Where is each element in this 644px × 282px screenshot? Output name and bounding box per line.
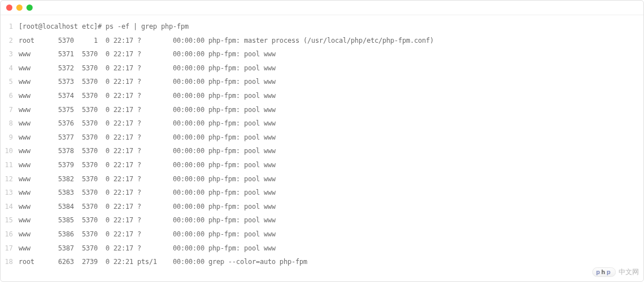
terminal-line: 17www 5387 5370 0 22:17 ? 00:00:00 php-f…: [3, 245, 641, 259]
line-number: 18: [3, 258, 19, 265]
logo-letter: p: [596, 269, 600, 275]
line-text: www 5376 5370 0 22:17 ? 00:00:00 php-fpm…: [19, 120, 276, 127]
line-number: 5: [3, 78, 19, 85]
terminal-line: 9www 5377 5370 0 22:17 ? 00:00:00 php-fp…: [3, 134, 641, 148]
terminal-line: 13www 5383 5370 0 22:17 ? 00:00:00 php-f…: [3, 189, 641, 203]
watermark: p h p 中文网: [592, 267, 639, 277]
minimize-icon[interactable]: [16, 5, 23, 11]
line-text: www 5378 5370 0 22:17 ? 00:00:00 php-fpm…: [19, 147, 276, 154]
terminal-window: 1[root@localhost etc]# ps -ef | grep php…: [0, 0, 644, 282]
line-text: root 5370 1 0 22:17 ? 00:00:00 php-fpm: …: [19, 37, 434, 44]
line-number: 1: [3, 23, 19, 30]
line-text: www 5383 5370 0 22:17 ? 00:00:00 php-fpm…: [19, 189, 276, 196]
line-number: 7: [3, 106, 19, 113]
line-text: www 5373 5370 0 22:17 ? 00:00:00 php-fpm…: [19, 78, 276, 85]
php-logo-icon: p h p: [592, 267, 616, 277]
terminal-line: 7www 5375 5370 0 22:17 ? 00:00:00 php-fp…: [3, 106, 641, 120]
line-number: 15: [3, 217, 19, 223]
line-number: 6: [3, 92, 19, 99]
line-text: www 5372 5370 0 22:17 ? 00:00:00 php-fpm…: [19, 65, 276, 71]
terminal-line: 5www 5373 5370 0 22:17 ? 00:00:00 php-fp…: [3, 78, 641, 92]
terminal-body[interactable]: 1[root@localhost etc]# ps -ef | grep php…: [1, 15, 643, 275]
terminal-line: 14www 5384 5370 0 22:17 ? 00:00:00 php-f…: [3, 203, 641, 217]
line-number: 2: [3, 37, 19, 44]
line-text: root 6263 2739 0 22:21 pts/1 00:00:00 gr…: [19, 258, 307, 265]
line-number: 3: [3, 51, 19, 57]
terminal-line: 10www 5378 5370 0 22:17 ? 00:00:00 php-f…: [3, 147, 641, 162]
line-number: 13: [3, 189, 19, 196]
line-text: www 5384 5370 0 22:17 ? 00:00:00 php-fpm…: [19, 203, 276, 210]
line-text: www 5379 5370 0 22:17 ? 00:00:00 php-fpm…: [19, 162, 276, 168]
line-text: www 5387 5370 0 22:17 ? 00:00:00 php-fpm…: [19, 245, 276, 252]
line-text: [root@localhost etc]# ps -ef | grep php-…: [19, 23, 189, 30]
terminal-line: 18root 6263 2739 0 22:21 pts/1 00:00:00 …: [3, 258, 641, 272]
line-text: www 5374 5370 0 22:17 ? 00:00:00 php-fpm…: [19, 92, 276, 99]
line-number: 8: [3, 120, 19, 127]
terminal-line: 4www 5372 5370 0 22:17 ? 00:00:00 php-fp…: [3, 65, 641, 79]
line-number: 9: [3, 134, 19, 141]
terminal-line: 11www 5379 5370 0 22:17 ? 00:00:00 php-f…: [3, 162, 641, 176]
terminal-line: 16www 5386 5370 0 22:17 ? 00:00:00 php-f…: [3, 231, 641, 245]
terminal-line: 6www 5374 5370 0 22:17 ? 00:00:00 php-fp…: [3, 92, 641, 106]
line-text: www 5382 5370 0 22:17 ? 00:00:00 php-fpm…: [19, 176, 276, 182]
line-text: www 5386 5370 0 22:17 ? 00:00:00 php-fpm…: [19, 231, 276, 238]
line-number: 16: [3, 231, 19, 238]
line-text: www 5371 5370 0 22:17 ? 00:00:00 php-fpm…: [19, 51, 276, 57]
line-number: 4: [3, 65, 19, 71]
terminal-line: 12www 5382 5370 0 22:17 ? 00:00:00 php-f…: [3, 176, 641, 190]
terminal-line: 1[root@localhost etc]# ps -ef | grep php…: [3, 23, 641, 37]
terminal-line: 15www 5385 5370 0 22:17 ? 00:00:00 php-f…: [3, 217, 641, 231]
line-number: 17: [3, 245, 19, 252]
line-text: www 5375 5370 0 22:17 ? 00:00:00 php-fpm…: [19, 106, 276, 113]
line-text: www 5385 5370 0 22:17 ? 00:00:00 php-fpm…: [19, 217, 276, 223]
terminal-line: 3www 5371 5370 0 22:17 ? 00:00:00 php-fp…: [3, 51, 641, 65]
line-text: www 5377 5370 0 22:17 ? 00:00:00 php-fpm…: [19, 134, 276, 141]
line-number: 10: [3, 147, 19, 154]
logo-letter: p: [607, 269, 611, 275]
terminal-line: 8www 5376 5370 0 22:17 ? 00:00:00 php-fp…: [3, 120, 641, 134]
terminal-line: 2root 5370 1 0 22:17 ? 00:00:00 php-fpm:…: [3, 37, 641, 51]
close-icon[interactable]: [6, 5, 12, 11]
line-number: 12: [3, 176, 19, 182]
watermark-text: 中文网: [619, 267, 639, 277]
line-number: 11: [3, 162, 19, 168]
maximize-icon[interactable]: [26, 5, 33, 11]
line-number: 14: [3, 203, 19, 210]
logo-letter: h: [601, 269, 605, 275]
window-titlebar: [1, 1, 643, 15]
